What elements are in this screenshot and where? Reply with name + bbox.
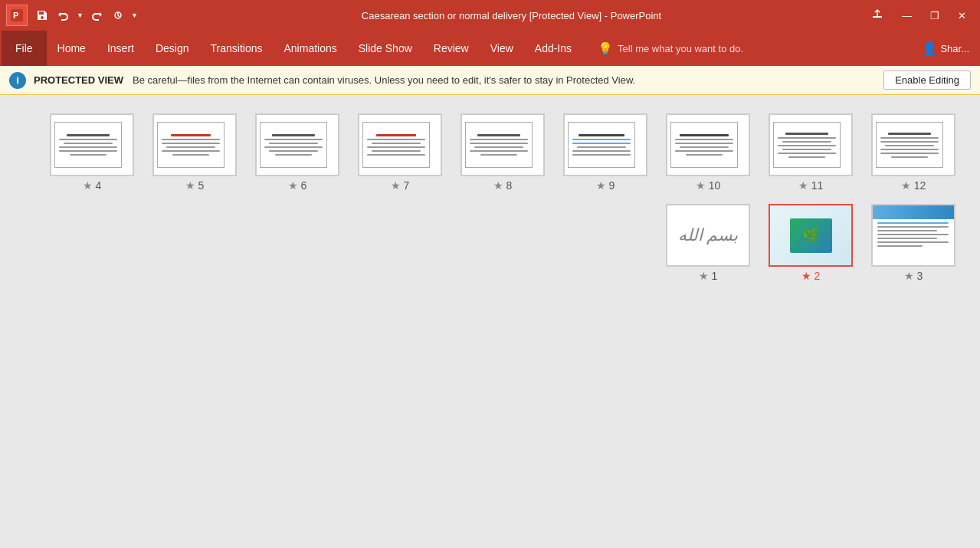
menu-design[interactable]: Design xyxy=(145,31,200,66)
slide-number-7: 7 xyxy=(404,179,410,192)
star-icon-12: ★ xyxy=(901,179,911,192)
slide-meta-2: ★ 2 xyxy=(801,270,821,282)
slide-meta-4: ★ 4 xyxy=(83,179,102,192)
slide-item-4[interactable]: ★ 4 xyxy=(50,113,134,192)
slide-item-7[interactable]: ★ 7 xyxy=(358,113,442,192)
slide-meta-3: ★ 3 xyxy=(904,270,923,282)
slide-number-2: 2 xyxy=(814,270,821,282)
slide-image-2: 🌿 xyxy=(790,218,832,253)
slide-number-5: 5 xyxy=(198,179,205,192)
star-icon-8: ★ xyxy=(493,179,503,192)
slide-thumb-2[interactable]: 🌿 xyxy=(769,204,853,267)
slide-item-9[interactable]: ★ 9 xyxy=(563,113,647,192)
slide-thumb-12[interactable] xyxy=(871,113,955,176)
save-button[interactable] xyxy=(32,7,52,24)
menu-transitions[interactable]: Transitions xyxy=(200,31,274,66)
lightbulb-icon: 💡 xyxy=(598,41,613,56)
enable-editing-button[interactable]: Enable Editing xyxy=(883,71,971,90)
customize-button[interactable]: ▼ xyxy=(129,9,139,21)
star-icon-9: ★ xyxy=(596,179,606,192)
undo-dropdown-button[interactable]: ▼ xyxy=(75,9,85,21)
redo-button[interactable] xyxy=(87,7,107,24)
slide-meta-6: ★ 6 xyxy=(288,179,307,192)
slide-thumb-6[interactable] xyxy=(255,113,339,176)
star-icon-10: ★ xyxy=(696,179,706,192)
slide-item-8[interactable]: ★ 8 xyxy=(461,113,545,192)
slide-number-3: 3 xyxy=(917,270,923,282)
slide-item-6[interactable]: ★ 6 xyxy=(255,113,339,192)
slide-item-2[interactable]: 🌿 ★ 2 xyxy=(769,204,853,282)
slide-meta-9: ★ 9 xyxy=(596,179,615,192)
star-icon-2: ★ xyxy=(801,270,811,282)
calligraphy-text: بسم الله xyxy=(678,225,739,245)
slide-meta-5: ★ 5 xyxy=(185,179,205,192)
svg-text:P: P xyxy=(13,11,18,20)
menu-search: 💡 Tell me what you want to do. xyxy=(598,31,743,66)
star-icon-7: ★ xyxy=(391,179,401,192)
protected-view-bar: i PROTECTED VIEW Be careful—files from t… xyxy=(0,66,980,95)
search-label: Tell me what you want to do. xyxy=(618,43,743,54)
slide-number-4: 4 xyxy=(96,179,102,192)
star-icon-3: ★ xyxy=(904,270,914,282)
slide-item-5[interactable]: ★ 5 xyxy=(152,113,237,192)
minimize-button[interactable]: — xyxy=(894,7,919,25)
star-icon-4: ★ xyxy=(83,179,93,192)
slide-number-1: 1 xyxy=(712,270,718,282)
svg-rect-3 xyxy=(873,16,882,18)
menu-addins[interactable]: Add-Ins xyxy=(524,31,582,66)
menu-home[interactable]: Home xyxy=(47,31,97,66)
protected-label: PROTECTED VIEW xyxy=(34,74,123,86)
menu-review[interactable]: Review xyxy=(423,31,480,66)
menu-insert[interactable]: Insert xyxy=(97,31,145,66)
info-icon: i xyxy=(9,72,26,89)
slides-grid: ★ 12 ★ xyxy=(15,107,965,288)
share-label: Shar... xyxy=(940,43,969,54)
title-bar: P ▼ ▼ Caesarean section or normal delive… xyxy=(0,0,980,31)
slide-number-11: 11 xyxy=(811,179,824,192)
slide-item-3[interactable]: ★ 3 xyxy=(871,204,955,282)
menu-file[interactable]: File xyxy=(2,31,47,66)
window-title: Caesarean section or normal delivery [Pr… xyxy=(159,10,864,21)
slide-number-8: 8 xyxy=(506,179,513,192)
slide-meta-12: ★ 12 xyxy=(901,179,926,192)
quickaccess-button[interactable] xyxy=(108,7,128,24)
slide-thumb-10[interactable] xyxy=(666,113,750,176)
slide-item-1[interactable]: بسم الله ★ 1 xyxy=(666,204,750,282)
slide-thumb-1[interactable]: بسم الله xyxy=(666,204,750,267)
title-bar-right: — ❐ ✕ xyxy=(864,5,974,26)
slide-number-6: 6 xyxy=(301,179,307,192)
protected-message: Be careful—files from the Internet can c… xyxy=(133,74,876,86)
menu-view[interactable]: View xyxy=(480,31,524,66)
star-icon-6: ★ xyxy=(288,179,298,192)
slide-meta-11: ★ 11 xyxy=(798,179,824,192)
menu-slideshow[interactable]: Slide Show xyxy=(348,31,423,66)
slide-number-12: 12 xyxy=(914,179,926,192)
slide-meta-7: ★ 7 xyxy=(391,179,410,192)
slide-meta-8: ★ 8 xyxy=(493,179,513,192)
slide-item-11[interactable]: ★ 11 xyxy=(769,113,853,192)
menu-share: 👤 Shar... xyxy=(913,31,978,66)
slide-thumb-5[interactable] xyxy=(152,113,237,176)
menu-animations[interactable]: Animations xyxy=(273,31,347,66)
slide-item-10[interactable]: ★ 10 xyxy=(666,113,750,192)
slide-thumb-7[interactable] xyxy=(358,113,442,176)
star-icon-5: ★ xyxy=(185,179,195,192)
undo-redo-group: ▼ ▼ xyxy=(32,7,139,24)
slide-meta-10: ★ 10 xyxy=(696,179,721,192)
user-icon: 👤 xyxy=(922,41,937,56)
slide-thumb-8[interactable] xyxy=(461,113,545,176)
star-icon-11: ★ xyxy=(798,179,808,192)
slide-number-9: 9 xyxy=(609,179,615,192)
upload-button[interactable] xyxy=(864,5,891,26)
slide-area: ★ 12 ★ xyxy=(0,95,980,548)
slide-thumb-9[interactable] xyxy=(563,113,647,176)
slide-thumb-11[interactable] xyxy=(769,113,853,176)
slide-number-10: 10 xyxy=(709,179,721,192)
slide-thumb-4[interactable] xyxy=(50,113,134,176)
menu-bar: File Home Insert Design Transitions Anim… xyxy=(0,31,980,66)
close-button[interactable]: ✕ xyxy=(950,7,974,25)
maximize-button[interactable]: ❐ xyxy=(923,7,947,25)
slide-thumb-3[interactable] xyxy=(871,204,955,267)
undo-button[interactable] xyxy=(54,7,74,24)
slide-item-12[interactable]: ★ 12 xyxy=(871,113,955,192)
